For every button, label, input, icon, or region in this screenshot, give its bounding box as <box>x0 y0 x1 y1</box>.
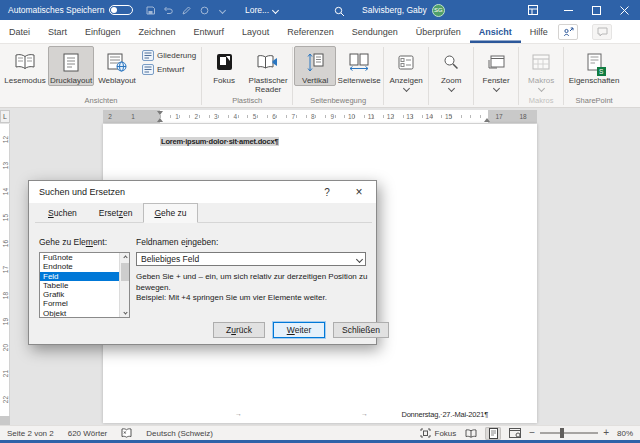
lesemodus-button[interactable]: Lesemodus <box>2 46 48 86</box>
undo-icon[interactable] <box>159 3 177 17</box>
dialog-close-button[interactable]: × <box>344 181 374 203</box>
dialog-tab-suchen[interactable]: Suchen <box>37 204 88 223</box>
close-button[interactable] <box>611 0 637 20</box>
tab-layout[interactable]: Layout <box>233 20 278 43</box>
dialog-tab-gehe-zu[interactable]: Gehe zu <box>143 203 197 223</box>
share-button[interactable] <box>558 24 578 40</box>
eigenschaften-button[interactable]: S Eigenschaften <box>565 46 623 86</box>
list-item[interactable]: Tabelle <box>40 281 129 290</box>
close-dialog-button[interactable]: Schließen <box>333 322 389 338</box>
group-makros: Makros Makros <box>520 44 562 107</box>
ribbon-tab-row: Datei Start Einfügen Zeichnen Entwurf La… <box>0 20 640 44</box>
dialog-title: Suchen und Ersetzen <box>39 187 125 197</box>
gliederung-button[interactable]: Gliederung <box>142 50 196 61</box>
zoom-slider[interactable]: − + <box>523 428 615 438</box>
tab-ansicht[interactable]: Ansicht <box>470 20 521 43</box>
entwurf-button[interactable]: Entwurf <box>142 64 196 75</box>
zoom-percentage[interactable]: 80% <box>615 429 640 438</box>
tab-einfuegen[interactable]: Einfügen <box>76 20 130 43</box>
plastischer-reader-button[interactable]: Plastischer Reader <box>245 46 291 95</box>
list-item-selected[interactable]: Feld <box>40 272 129 281</box>
page-indicator[interactable]: Seite 2 von 2 <box>0 429 61 438</box>
anzeigen-button[interactable]: Anzeigen <box>385 46 427 92</box>
zoom-slider-track[interactable] <box>540 432 598 434</box>
dialog-tab-divider <box>35 222 372 223</box>
language-indicator[interactable]: Deutsch (Schweiz) <box>139 429 220 438</box>
read-mode-view-icon[interactable] <box>463 427 479 440</box>
goto-element-listbox[interactable]: Fußnote Endnote Feld Tabelle Grafik Form… <box>39 252 130 318</box>
list-item[interactable]: Formel <box>40 299 129 308</box>
focus-mode-button[interactable]: Fokus <box>413 428 464 438</box>
tab-ueberpruefen[interactable]: Überprüfen <box>407 20 470 43</box>
dialog-help-button[interactable]: ? <box>312 181 342 203</box>
ruler-number: 8 <box>311 112 315 121</box>
search-icon[interactable] <box>334 3 345 21</box>
ruler-number: 20 <box>1 342 10 354</box>
autosave-toggle-switch[interactable] <box>109 5 133 15</box>
next-button[interactable]: Weiter <box>273 322 325 338</box>
zoom-in-icon[interactable]: + <box>603 428 609 438</box>
ruler-number: 18 <box>519 112 526 121</box>
maximize-button[interactable] <box>583 0 609 20</box>
quick-access-chevron-icon[interactable] <box>213 3 231 17</box>
scroll-down-icon[interactable] <box>120 308 130 317</box>
group-ansichten: Lesemodus Drucklayout Weblayout <box>2 44 200 107</box>
comments-button[interactable] <box>592 24 612 40</box>
account-menu[interactable]: Salvisberg, Gaby SG <box>362 0 445 20</box>
zoom-slider-thumb[interactable] <box>560 428 564 438</box>
list-item[interactable]: Endnote <box>40 262 129 271</box>
tab-start[interactable]: Start <box>39 20 76 43</box>
scrollbar-thumb[interactable] <box>121 263 129 281</box>
anzeigen-chevron-icon <box>403 85 410 92</box>
back-button[interactable]: Zurück <box>213 322 265 338</box>
save-icon[interactable] <box>141 3 159 17</box>
horizontal-ruler[interactable]: 211234567891011121314151718 <box>103 110 537 123</box>
list-item[interactable]: Objekt <box>40 309 129 318</box>
list-item[interactable]: Fußnote <box>40 253 129 262</box>
dialog-tab-ersetzen[interactable]: Ersetzen <box>88 204 144 223</box>
tab-referenzen[interactable]: Referenzen <box>278 20 343 43</box>
tab-sendungen[interactable]: Sendungen <box>343 20 407 43</box>
word-count[interactable]: 620 Wörter <box>61 429 115 438</box>
autosave-toggle[interactable]: Automatisches Speichern <box>8 5 133 15</box>
fenster-button[interactable]: Fenster <box>475 46 517 92</box>
first-line-indent-marker[interactable] <box>157 111 163 115</box>
group-plastisch: Fokus Plastischer Reader Plastisch <box>203 44 291 107</box>
tab-hilfe[interactable]: Hilfe <box>521 20 557 43</box>
document-selected-text[interactable]: Lorem·ipsum·dolor·sit·amet.docx¶ <box>160 137 279 146</box>
dial-icon[interactable] <box>195 3 213 17</box>
document-title[interactable]: Lore... <box>245 0 278 20</box>
group-label-sharepoint: SharePoint <box>565 95 623 107</box>
print-layout-view-icon[interactable] <box>485 427 501 440</box>
tab-entwurf[interactable]: Entwurf <box>185 20 234 43</box>
fokus-button[interactable]: Fokus <box>203 46 245 86</box>
field-name-label: Feldnamen eingeben: <box>136 237 218 247</box>
list-item[interactable]: Grafik <box>40 290 129 299</box>
drucklayout-button[interactable]: Drucklayout <box>48 46 94 86</box>
weblayout-button[interactable]: Weblayout <box>94 46 140 86</box>
vertical-ruler[interactable]: 1213141516171819202122 <box>0 124 10 425</box>
tab-selector[interactable]: L <box>0 110 10 123</box>
field-name-combobox[interactable]: Beliebiges Feld <box>136 252 366 266</box>
scroll-up-icon[interactable] <box>120 253 130 262</box>
zoom-out-icon[interactable]: − <box>529 428 535 438</box>
right-indent-marker[interactable] <box>484 118 490 122</box>
ruler-number: 12 <box>387 112 394 121</box>
dialog-title-bar[interactable]: Suchen und Ersetzen ? × <box>29 181 376 203</box>
ruler-number: 14 <box>426 112 433 121</box>
tab-datei[interactable]: Datei <box>0 20 39 43</box>
makros-button[interactable]: Makros <box>520 46 562 92</box>
zoom-button[interactable]: Zoom <box>430 46 472 92</box>
web-layout-view-icon[interactable] <box>507 427 523 440</box>
ink-pen-icon[interactable] <box>177 3 195 17</box>
ribbon-display-options-icon[interactable] <box>520 0 546 20</box>
ruler-number: 2 <box>108 112 112 121</box>
vertikal-button[interactable]: Vertikal <box>294 46 336 86</box>
minimize-button[interactable] <box>555 0 581 20</box>
left-indent-marker[interactable] <box>157 118 163 122</box>
seitenweise-button[interactable]: Seitenweise <box>336 46 382 86</box>
proofing-icon[interactable] <box>114 428 139 439</box>
tab-zeichnen[interactable]: Zeichnen <box>130 20 185 43</box>
listbox-scrollbar[interactable] <box>119 253 129 317</box>
ruler-number: 2 <box>195 112 199 121</box>
